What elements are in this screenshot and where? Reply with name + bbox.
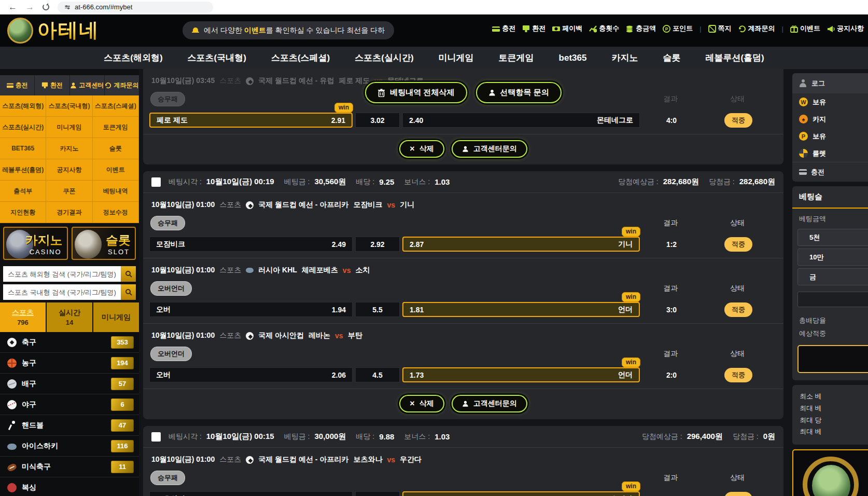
quick-amount-100k-button[interactable]: 10만 xyxy=(797,249,868,266)
grid-notice[interactable]: 공지사항 xyxy=(46,159,92,181)
slot-banner[interactable]: 슬롯 SLOT xyxy=(72,227,136,260)
search-overseas-button[interactable] xyxy=(121,266,136,282)
bet-checkbox[interactable] xyxy=(151,432,161,442)
customer-inquiry-button[interactable]: 고객센터문의 xyxy=(452,140,527,158)
held-point-row[interactable]: P 보유 xyxy=(792,128,868,145)
nav-sports-overseas[interactable]: 스포츠(해외형) xyxy=(91,52,175,64)
odds-away-selected[interactable]: win 2.87 기니 xyxy=(402,237,640,252)
place-bet-button[interactable] xyxy=(797,345,868,373)
bet-amount-input[interactable] xyxy=(797,292,868,307)
sport-baseball[interactable]: 야구6 xyxy=(0,394,139,415)
menu-item-charge-count[interactable]: 충횟수 xyxy=(589,24,619,33)
sport-handball[interactable]: 핸드볼47 xyxy=(0,415,139,436)
search-domestic-input[interactable] xyxy=(3,284,121,300)
quick-account-inquiry[interactable]: 계좌문의 xyxy=(105,75,139,95)
odds-handicap[interactable]: 5.5 xyxy=(355,302,400,317)
grid-bet365[interactable]: BET365 xyxy=(0,138,46,159)
odds-under-selected[interactable]: win 1.73 언더 xyxy=(402,367,640,382)
sport-american-football[interactable]: 미식축구11 xyxy=(0,457,139,477)
menu-item-event[interactable]: 이벤트 xyxy=(790,24,820,33)
grid-bet-history[interactable]: 베팅내역 xyxy=(93,181,139,202)
bet-checkbox[interactable] xyxy=(151,177,161,187)
delete-bet-button[interactable]: ×삭제 xyxy=(399,395,444,412)
grid-slot[interactable]: 슬롯 xyxy=(93,138,139,159)
reload-icon[interactable] xyxy=(43,4,49,10)
quick-amount-5k-button[interactable]: 5천 xyxy=(797,229,868,246)
back-icon[interactable]: ← xyxy=(8,2,17,12)
grid-edit-info[interactable]: 정보수정 xyxy=(93,202,139,223)
nav-sports-domestic[interactable]: 스포츠(국내형) xyxy=(175,52,259,64)
casino-banner[interactable]: 카지노 CASINO xyxy=(3,227,68,260)
tab-minigame[interactable]: 미니게임 xyxy=(92,302,139,332)
menu-item-point[interactable]: P포인트 xyxy=(663,24,693,33)
nav-revolution-holdem[interactable]: 레볼루션(홀덤) xyxy=(693,52,776,64)
menu-item-message[interactable]: 쪽지 xyxy=(708,24,732,33)
sport-basketball[interactable]: 농구194 xyxy=(0,353,139,374)
menu-item-charge[interactable]: 충전 xyxy=(492,24,515,33)
sport-volleyball[interactable]: 배구57 xyxy=(0,374,139,394)
menu-item-exchange[interactable]: 환전 xyxy=(522,24,545,33)
inquire-selected-button[interactable]: 선택항목 문의 xyxy=(476,82,562,103)
nav-slot[interactable]: 슬롯 xyxy=(650,52,693,64)
quick-amount-button[interactable]: 금 xyxy=(797,268,868,285)
grid-sports-live[interactable]: 스포츠(실시간) xyxy=(0,117,46,138)
forward-icon[interactable]: → xyxy=(25,2,34,12)
grid-referral[interactable]: 지인현황 xyxy=(0,202,46,223)
delete-bet-button[interactable]: ×삭제 xyxy=(399,140,444,158)
site-logo[interactable]: 아테네 xyxy=(7,17,100,44)
roulette-row[interactable]: 룰렛 xyxy=(792,145,868,162)
login-row[interactable]: 로그 xyxy=(792,73,868,93)
customer-inquiry-button[interactable]: 고객센터문의 xyxy=(452,395,527,412)
odds-draw[interactable]: 2.92 xyxy=(355,237,400,252)
quick-exchange[interactable]: 환전 xyxy=(35,75,69,95)
menu-item-account-inquiry[interactable]: 계좌문의 xyxy=(738,24,775,33)
search-overseas-input[interactable] xyxy=(3,266,121,282)
menu-item-charge-amount[interactable]: 충금액 xyxy=(626,24,656,33)
grid-coupon[interactable]: 쿠폰 xyxy=(46,181,92,202)
odds-over[interactable]: 오버 2.06 xyxy=(149,367,353,382)
nav-casino[interactable]: 카지노 xyxy=(599,52,650,64)
quick-charge[interactable]: 충전 xyxy=(0,75,35,95)
nav-bet365[interactable]: bet365 xyxy=(547,53,599,63)
grid-sports-domestic[interactable]: 스포츠(국내형) xyxy=(46,95,92,117)
held-money-row[interactable]: W 보유 xyxy=(792,93,868,111)
odds-handicap[interactable]: 4.5 xyxy=(355,367,400,382)
nav-minigame[interactable]: 미니게임 xyxy=(426,52,486,64)
tab-live[interactable]: 실시간14 xyxy=(46,302,92,332)
odds-draw[interactable]: 3.02 xyxy=(355,113,400,128)
grid-sports-special[interactable]: 스포츠(스페셜) xyxy=(93,95,139,117)
grid-tokengame[interactable]: 토큰게임 xyxy=(93,117,139,138)
address-bar[interactable]: at-666.com/#mybet xyxy=(58,2,213,13)
grid-match-results[interactable]: 경기결과 xyxy=(46,202,92,223)
grid-event[interactable]: 이벤트 xyxy=(93,159,139,181)
mascot-banner[interactable]: 아테 xyxy=(792,449,868,496)
delete-all-bets-button[interactable]: 베팅내역 전체삭제 xyxy=(365,82,467,103)
odds-over[interactable]: 오버 1.94 xyxy=(149,302,353,317)
sport-soccer[interactable]: 축구353 xyxy=(0,332,139,353)
charge-row[interactable]: 충전 xyxy=(792,162,868,182)
odds-away-selected[interactable]: win 2.29 우간다 xyxy=(402,491,640,496)
nav-sports-live[interactable]: 스포츠(실시간) xyxy=(342,52,426,64)
menu-item-payback[interactable]: 페이백 xyxy=(552,24,582,33)
quick-customer-center[interactable]: 고객센터 xyxy=(70,75,105,95)
site-info-icon[interactable] xyxy=(65,6,70,8)
search-domestic-button[interactable] xyxy=(121,284,136,300)
grid-sports-overseas[interactable]: 스포츠(해외형) xyxy=(0,95,46,117)
grid-minigame[interactable]: 미니게임 xyxy=(46,117,92,138)
odds-draw[interactable]: 3.00 xyxy=(355,491,400,496)
menu-item-notice[interactable]: 공지사항 xyxy=(827,24,864,33)
nav-tokengame[interactable]: 토큰게임 xyxy=(486,52,547,64)
odds-under-selected[interactable]: win 1.81 언더 xyxy=(402,302,640,317)
grid-attendance[interactable]: 출석부 xyxy=(0,181,46,202)
casino-money-row[interactable]: ♠ 카지 xyxy=(792,111,868,128)
grid-casino[interactable]: 카지노 xyxy=(46,138,92,159)
odds-home[interactable]: 모잠비크 2.49 xyxy=(149,237,353,252)
odds-away[interactable]: 2.40 몬테네그로 xyxy=(402,113,640,128)
url-text[interactable]: at-666.com/#mybet xyxy=(75,3,132,11)
tab-sports[interactable]: 스포츠796 xyxy=(0,302,46,332)
sport-icehockey[interactable]: 아이스하키116 xyxy=(0,436,139,457)
nav-sports-special[interactable]: 스포츠(스페셜) xyxy=(259,52,342,64)
sport-boxing[interactable]: 복싱 xyxy=(0,477,139,496)
odds-home[interactable]: 보츠와나 3.13 xyxy=(149,491,353,496)
odds-home-selected[interactable]: win 페로 제도 2.91 xyxy=(149,113,353,128)
